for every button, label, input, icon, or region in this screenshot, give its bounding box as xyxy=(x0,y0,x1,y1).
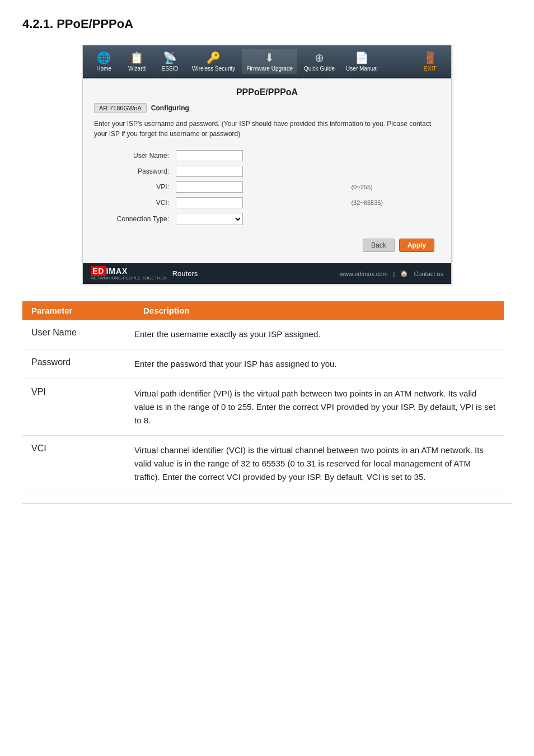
param-desc-username: Enter the username exactly as your ISP a… xyxy=(134,328,504,341)
username-label: User Name: xyxy=(94,148,172,164)
wireless-security-icon: 🔑 xyxy=(207,51,221,64)
param-header-row: Parameter Description xyxy=(22,301,504,320)
param-row-vpi: VPI Virtual path identifier (VPI) is the… xyxy=(22,379,504,436)
contact-label[interactable]: Contact us xyxy=(414,270,443,277)
vci-row: VCI: (32~65535) xyxy=(94,195,440,211)
password-input[interactable] xyxy=(176,166,243,177)
username-row: User Name: xyxy=(94,148,440,164)
param-row-username: User Name Enter the username exactly as … xyxy=(22,320,504,349)
param-desc-password: Enter the password that your ISP has ass… xyxy=(134,357,504,371)
vpi-label: VPI: xyxy=(94,179,172,195)
page-heading: 4.2.1. PPoE/PPPoA xyxy=(22,17,512,31)
nav-wireless-security[interactable]: 🔑 Wireless Security xyxy=(188,49,240,74)
state-label: Configuring xyxy=(151,104,189,112)
separator: | xyxy=(394,270,395,277)
nav-firmware-upgrade[interactable]: ⬇ Firmware Upgrade xyxy=(242,49,297,74)
password-label: Password: xyxy=(94,164,172,179)
firmware-icon: ⬇ xyxy=(265,51,274,64)
nav-essid-label: ESSID xyxy=(161,66,178,72)
param-row-vci: VCI Virtual channel identifier (VCI) is … xyxy=(22,436,504,492)
footer-bar: EDIMAX NETWORKING PEOPLE TOGETHER Router… xyxy=(83,263,451,284)
nav-wizard[interactable]: 📋 Wizard xyxy=(121,49,152,74)
connection-type-select[interactable] xyxy=(176,213,243,225)
vci-input[interactable] xyxy=(176,197,243,208)
username-input[interactable] xyxy=(176,150,243,161)
nav-home[interactable]: 🌐 Home xyxy=(88,49,119,74)
param-section: Parameter Description User Name Enter th… xyxy=(22,301,504,492)
password-row: Password: xyxy=(94,164,440,179)
nav-quick-guide-label: Quick Guide xyxy=(304,66,335,72)
nav-bar: 🌐 Home 📋 Wizard 📡 ESSID 🔑 Wireless Secur… xyxy=(83,45,451,78)
essid-icon: 📡 xyxy=(163,51,177,64)
breadcrumb: AR-7186GWnA Configuring xyxy=(94,103,440,113)
param-header-parameter: Parameter xyxy=(22,305,134,316)
vci-hint: (32~65535) xyxy=(346,195,440,211)
nav-firmware-label: Firmware Upgrade xyxy=(246,66,293,72)
instructions-text: Enter your ISP's username and password. … xyxy=(94,119,440,139)
vpi-input[interactable] xyxy=(176,181,243,193)
contact-icon: 🏠 xyxy=(400,270,408,277)
vci-label: VCI: xyxy=(94,195,172,211)
apply-button[interactable]: Apply xyxy=(399,239,434,252)
device-label: AR-7186GWnA xyxy=(94,103,147,113)
nav-essid[interactable]: 📡 ESSID xyxy=(154,49,185,74)
footer-brand: EDIMAX NETWORKING PEOPLE TOGETHER Router… xyxy=(91,267,198,281)
edimax-logo: EDIMAX NETWORKING PEOPLE TOGETHER xyxy=(91,267,167,281)
nav-wizard-label: Wizard xyxy=(128,66,146,72)
wizard-icon: 📋 xyxy=(130,51,144,64)
param-name-username: User Name xyxy=(22,328,134,338)
nav-quick-guide[interactable]: ⊕ Quick Guide xyxy=(299,49,339,74)
param-desc-vci: Virtual channel identifier (VCI) is the … xyxy=(134,444,504,484)
param-row-password: Password Enter the password that your IS… xyxy=(22,349,504,379)
nav-exit[interactable]: 🚪 EXIT xyxy=(415,49,446,74)
param-name-password: Password xyxy=(22,357,134,367)
nav-user-manual-label: User Manual xyxy=(346,66,378,72)
back-button[interactable]: Back xyxy=(363,239,395,252)
vpi-hint: (0~255) xyxy=(346,179,440,195)
quick-guide-icon: ⊕ xyxy=(315,51,324,64)
nav-wireless-security-label: Wireless Security xyxy=(192,66,235,72)
nav-exit-label: EXIT xyxy=(424,66,436,72)
content-area: PPPoE/PPPoA AR-7186GWnA Configuring Ente… xyxy=(83,78,451,263)
product-label: Routers xyxy=(172,269,198,278)
connection-type-row: Connection Type: xyxy=(94,211,440,227)
exit-icon: 🚪 xyxy=(423,51,437,64)
divider-line xyxy=(22,503,512,504)
nav-user-manual[interactable]: 📄 User Manual xyxy=(341,49,382,74)
param-desc-vpi: Virtual path identifier (VPI) is the vir… xyxy=(134,387,504,427)
user-manual-icon: 📄 xyxy=(355,51,369,64)
footer-right: www.edimax.com | 🏠 Contact us xyxy=(340,270,443,277)
nav-home-label: Home xyxy=(96,66,111,72)
home-icon: 🌐 xyxy=(97,51,111,64)
panel-title: PPPoE/PPPoA xyxy=(94,87,440,97)
router-panel: 🌐 Home 📋 Wizard 📡 ESSID 🔑 Wireless Secur… xyxy=(82,45,452,284)
website-label: www.edimax.com xyxy=(340,270,388,277)
param-name-vci: VCI xyxy=(22,444,134,454)
vpi-row: VPI: (0~255) xyxy=(94,179,440,195)
param-header-description: Description xyxy=(134,305,504,316)
connection-type-label: Connection Type: xyxy=(94,211,172,227)
param-name-vpi: VPI xyxy=(22,387,134,397)
